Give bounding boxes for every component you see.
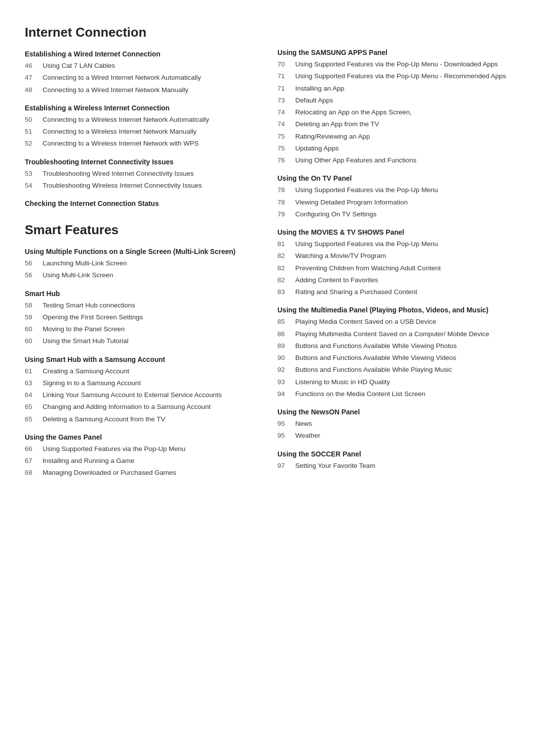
toc-entry: 79Configuring On TV Settings — [277, 209, 510, 219]
movies-entries: 81Using Supported Features via the Pop-U… — [277, 239, 510, 297]
toc-text: Listening to Music in HD Quality — [295, 377, 390, 387]
toc-entry: 86Playing Multimedia Content Saved on a … — [277, 329, 510, 339]
toc-text: Signing in to a Samsung Account — [43, 378, 141, 388]
group-header-samsung-apps: Using the SAMSUNG APPS Panel — [277, 49, 510, 56]
group-header-ontv: Using the On TV Panel — [277, 174, 510, 182]
group-header-multimedia: Using the Multimedia Panel (Playing Phot… — [277, 306, 510, 314]
toc-num: 79 — [277, 209, 295, 219]
toc-entry: 71Using Supported Features via the Pop-U… — [277, 71, 510, 81]
toc-num: 64 — [25, 390, 43, 400]
toc-text: Buttons and Functions Available While Pl… — [295, 365, 452, 375]
toc-entry: 75Rating/Reviewing an App — [277, 132, 510, 142]
toc-entry: 52Connecting to a Wireless Internet Netw… — [25, 139, 258, 149]
toc-entry: 83Rating and Sharing a Purchased Content — [277, 287, 510, 297]
toc-text: Buttons and Functions Available While Vi… — [295, 353, 456, 363]
toc-num: 50 — [25, 115, 43, 125]
toc-num: 70 — [277, 59, 295, 69]
toc-num: 92 — [277, 365, 295, 375]
toc-text: Installing an App — [295, 84, 344, 94]
right-column: Using the SAMSUNG APPS Panel 70Using Sup… — [277, 20, 510, 480]
toc-text: Connecting to a Wired Internet Network A… — [43, 73, 201, 83]
toc-text: Playing Media Content Saved on a USB Dev… — [295, 317, 436, 327]
smart-features-section: Smart Features Using Multiple Functions … — [25, 222, 258, 478]
toc-entry: 64Linking Your Samsung Account to Extern… — [25, 390, 258, 400]
samsung-apps-entries: 70Using Supported Features via the Pop-U… — [277, 59, 510, 165]
wireless-entries: 50Connecting to a Wireless Internet Netw… — [25, 115, 258, 149]
toc-entry: 93Listening to Music in HD Quality — [277, 377, 510, 387]
toc-entry: 51Connecting to a Wireless Internet Netw… — [25, 127, 258, 137]
toc-text: Using Cat 7 LAN Cables — [43, 61, 115, 71]
toc-entry: 65Deleting a Samsung Account from the TV — [25, 414, 258, 424]
toc-entry: 67Installing and Running a Game — [25, 456, 258, 466]
toc-text: Updating Apps — [295, 144, 339, 153]
toc-text: Buttons and Functions Available While Vi… — [295, 341, 457, 351]
toc-num: 74 — [277, 107, 295, 117]
toc-text: Rating and Sharing a Purchased Content — [295, 287, 417, 297]
toc-num: 86 — [277, 329, 295, 339]
toc-num: 78 — [277, 198, 295, 207]
toc-entry: 75Updating Apps — [277, 144, 510, 153]
toc-entry: 89Buttons and Functions Available While … — [277, 341, 510, 351]
group-header-checking: Checking the Internet Connection Status — [25, 200, 258, 207]
toc-entry: 92Buttons and Functions Available While … — [277, 365, 510, 375]
toc-num: 82 — [277, 275, 295, 285]
toc-text: News — [295, 419, 312, 429]
toc-entry: 50Connecting to a Wireless Internet Netw… — [25, 115, 258, 125]
toc-num: 95 — [277, 431, 295, 441]
toc-num: 74 — [277, 119, 295, 129]
toc-entry: 56Using Multi-Link Screen — [25, 270, 258, 280]
toc-num: 65 — [25, 414, 43, 424]
toc-text: Adding Content to Favorites — [295, 275, 378, 285]
toc-num: 65 — [25, 402, 43, 412]
toc-entry: 95News — [277, 419, 510, 429]
toc-text: Using Multi-Link Screen — [43, 270, 113, 280]
smarthub-entries: 58Testing Smart Hub connections 59Openin… — [25, 301, 258, 347]
toc-entry: 70Using Supported Features via the Pop-U… — [277, 59, 510, 69]
toc-entry: 65Changing and Adding Information to a S… — [25, 402, 258, 412]
toc-text: Testing Smart Hub connections — [43, 301, 135, 310]
toc-num: 47 — [25, 73, 43, 83]
toc-text: Using Supported Features via the Pop-Up … — [295, 239, 438, 249]
group-header-soccer: Using the SOCCER Panel — [277, 450, 510, 458]
toc-text: Changing and Adding Information to a Sam… — [43, 402, 211, 412]
group-header-samsung-account: Using Smart Hub with a Samsung Account — [25, 355, 258, 363]
toc-entry: 48Connecting to a Wired Internet Network… — [25, 85, 258, 95]
toc-num: 56 — [25, 258, 43, 268]
toc-entry: 60Moving to the Panel Screen — [25, 324, 258, 334]
toc-num: 83 — [277, 287, 295, 297]
wired-entries: 46Using Cat 7 LAN Cables 47Connecting to… — [25, 61, 258, 95]
toc-num: 59 — [25, 312, 43, 322]
toc-text: Troubleshooting Wired Internet Connectiv… — [43, 169, 194, 179]
toc-entry: 82Watching a Movie/TV Program — [277, 251, 510, 261]
toc-text: Troubleshooting Wireless Internet Connec… — [43, 181, 202, 191]
toc-text: Functions on the Media Content List Scre… — [295, 389, 426, 399]
toc-text: Preventing Children from Watching Adult … — [295, 263, 441, 273]
toc-num: 89 — [277, 341, 295, 351]
toc-text: Watching a Movie/TV Program — [295, 251, 386, 261]
toc-num: 76 — [277, 155, 295, 165]
games-entries: 66Using Supported Features via the Pop-U… — [25, 444, 258, 478]
toc-text: Linking Your Samsung Account to External… — [43, 390, 222, 400]
toc-entry: 71Installing an App — [277, 84, 510, 94]
ontv-entries: 78Using Supported Features via the Pop-U… — [277, 185, 510, 219]
troubleshooting-entries: 53Troubleshooting Wired Internet Connect… — [25, 169, 258, 191]
group-header-smarthub: Smart Hub — [25, 290, 258, 298]
toc-num: 54 — [25, 181, 43, 191]
group-header-newson: Using the NewsON Panel — [277, 408, 510, 416]
toc-text: Deleting a Samsung Account from the TV — [43, 414, 165, 424]
toc-num: 63 — [25, 378, 43, 388]
toc-text: Setting Your Favorite Team — [295, 461, 375, 471]
toc-text: Using the Smart Hub Tutorial — [43, 336, 128, 346]
toc-text: Creating a Samsung Account — [43, 366, 129, 376]
toc-text: Managing Downloaded or Purchased Games — [43, 468, 176, 478]
toc-entry: 47Connecting to a Wired Internet Network… — [25, 73, 258, 83]
toc-entry: 74Deleting an App from the TV — [277, 119, 510, 129]
group-header-troubleshooting: Troubleshooting Internet Connectivity Is… — [25, 158, 258, 166]
toc-num: 46 — [25, 61, 43, 71]
toc-entry: 76Using Other App Features and Functions — [277, 155, 510, 165]
toc-num: 71 — [277, 84, 295, 94]
toc-text: Default Apps — [295, 96, 333, 105]
toc-num: 60 — [25, 324, 43, 334]
toc-entry: 66Using Supported Features via the Pop-U… — [25, 444, 258, 454]
toc-num: 82 — [277, 251, 295, 261]
